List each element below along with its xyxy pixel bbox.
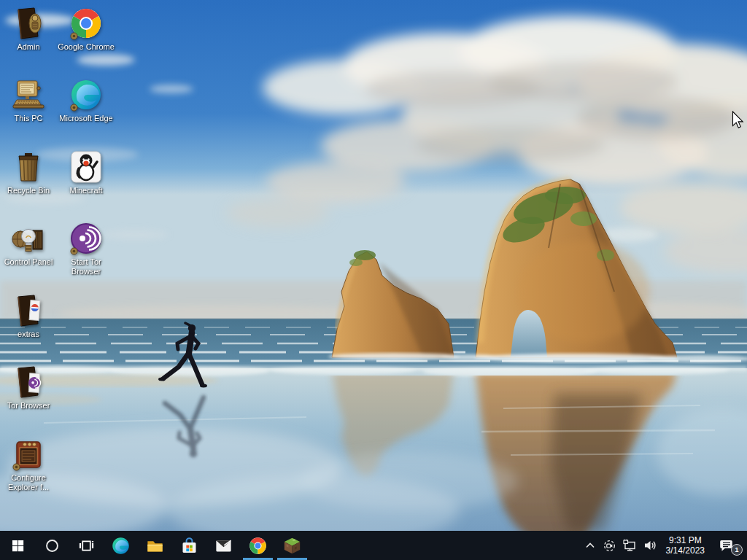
taskbar-app-mail[interactable] bbox=[206, 531, 241, 560]
network-button[interactable] bbox=[619, 531, 640, 560]
recycle-bin-icon bbox=[11, 149, 46, 184]
cortana-search-button[interactable] bbox=[35, 531, 69, 560]
tray-clock[interactable]: 9:31 PM 3/14/2023 bbox=[660, 535, 711, 556]
action-center-button[interactable]: 1 bbox=[711, 531, 743, 560]
desktop-icon-google-chrome[interactable]: Google Chrome bbox=[58, 6, 115, 52]
edge-icon bbox=[111, 536, 131, 556]
edge-icon bbox=[69, 77, 104, 112]
volume-icon bbox=[643, 539, 657, 552]
task-view-icon bbox=[79, 538, 94, 553]
file-explorer-icon bbox=[145, 536, 165, 556]
chrome-icon bbox=[248, 536, 268, 556]
windows-start-icon bbox=[11, 539, 25, 553]
taskbar: 9:31 PM 3/14/2023 1 bbox=[0, 531, 747, 560]
system-tray: 9:31 PM 3/14/2023 1 bbox=[581, 531, 747, 560]
desktop-icon-label: This PC bbox=[14, 114, 42, 123]
chevron-up-icon bbox=[584, 540, 596, 551]
meet-now-button[interactable] bbox=[600, 531, 619, 560]
notification-badge: 1 bbox=[731, 544, 743, 556]
chrome-icon bbox=[69, 6, 104, 41]
configure-explorer-icon bbox=[11, 437, 46, 472]
tray-overflow-button[interactable] bbox=[581, 531, 600, 560]
network-icon bbox=[623, 539, 636, 552]
desktop-icon-label: Microsoft Edge bbox=[59, 114, 112, 123]
desktop-icon-microsoft-edge[interactable]: Microsoft Edge bbox=[58, 77, 115, 123]
tray-date: 3/14/2023 bbox=[666, 545, 705, 556]
desktop-icon-admin[interactable]: Admin bbox=[0, 6, 57, 52]
volume-button[interactable] bbox=[640, 531, 660, 560]
desktop-icon-label: Control Panel bbox=[4, 257, 53, 267]
control-panel-icon bbox=[11, 221, 46, 256]
mail-envelope-icon bbox=[214, 536, 233, 556]
minecraft-penguin-icon bbox=[69, 149, 104, 184]
desktop-icon-tor-browser[interactable]: Tor Browser bbox=[0, 365, 57, 411]
desktop-icon-label: Recycle Bin bbox=[7, 186, 50, 195]
this-pc-icon bbox=[11, 77, 46, 112]
meet-now-icon bbox=[603, 540, 616, 552]
taskbar-app-file-explorer[interactable] bbox=[138, 531, 172, 560]
desktop-icon-extras[interactable]: extras bbox=[0, 293, 57, 339]
taskbar-app-chrome[interactable] bbox=[241, 531, 275, 560]
store-bag-icon bbox=[179, 536, 199, 556]
task-view-button[interactable] bbox=[69, 531, 104, 560]
desktop-icon-label: extras bbox=[18, 330, 39, 339]
desktop-icon-label: Start Tor Browser bbox=[58, 257, 115, 276]
tray-time: 9:31 PM bbox=[666, 535, 705, 545]
taskbar-app-minecraft[interactable] bbox=[275, 531, 309, 560]
desktop-icon-label: Admin bbox=[17, 42, 39, 52]
admin-folder-icon bbox=[11, 6, 46, 41]
desktop-icon-minecraft[interactable]: Minecraft bbox=[58, 149, 115, 195]
cortana-circle-icon bbox=[44, 538, 60, 553]
desktop-icon-label: Configure Explorer f... bbox=[0, 473, 57, 492]
folder-tor-icon bbox=[11, 365, 46, 400]
taskbar-app-edge[interactable] bbox=[104, 531, 138, 560]
desktop-icon-configure-explorer[interactable]: Configure Explorer f... bbox=[0, 437, 57, 492]
desktop-icon-control-panel[interactable]: Control Panel bbox=[0, 221, 57, 267]
desktop-icon-label: Minecraft bbox=[69, 186, 102, 195]
tor-onion-icon bbox=[69, 221, 104, 256]
desktop-icon-label: Google Chrome bbox=[58, 42, 115, 52]
minecraft-block-icon bbox=[282, 536, 302, 556]
taskbar-app-microsoft-store[interactable] bbox=[172, 531, 206, 560]
desktop-icon-this-pc[interactable]: This PC bbox=[0, 77, 57, 123]
start-button[interactable] bbox=[0, 531, 35, 560]
desktop-icon-start-tor-browser[interactable]: Start Tor Browser bbox=[58, 221, 115, 276]
desktop-icon-label: Tor Browser bbox=[7, 401, 50, 411]
desktop[interactable]: Admin Google Chrome This PC Microsoft Ed… bbox=[0, 0, 747, 531]
folder-extras-icon bbox=[11, 293, 46, 328]
desktop-icon-recycle-bin[interactable]: Recycle Bin bbox=[0, 149, 57, 195]
